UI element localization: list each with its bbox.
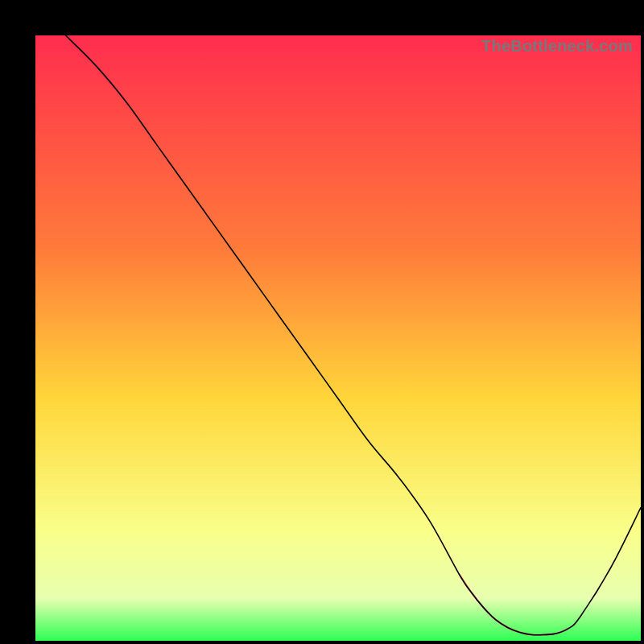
chart-frame: TheBottleneck.com bbox=[16, 16, 628, 628]
plot-area: TheBottleneck.com bbox=[35, 35, 641, 641]
watermark-text: TheBottleneck.com bbox=[481, 37, 633, 56]
gradient-background bbox=[35, 35, 641, 641]
bottleneck-plot bbox=[35, 35, 641, 641]
